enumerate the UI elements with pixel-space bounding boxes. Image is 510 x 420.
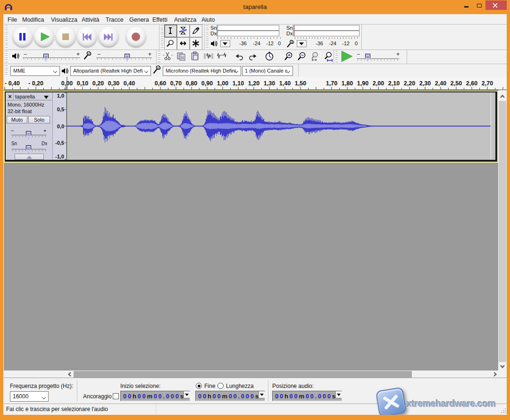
svg-text:0,30: 0,30: [108, 80, 119, 87]
svg-text:1,40: 1,40: [279, 80, 291, 87]
svg-text:1,0: 1,0: [57, 93, 64, 99]
svg-text:1,80: 1,80: [342, 80, 353, 87]
svg-text:2,50: 2,50: [451, 80, 462, 87]
svg-text:0,80: 0,80: [186, 80, 197, 87]
svg-text:2,70: 2,70: [482, 80, 493, 87]
svg-text:1,30: 1,30: [264, 80, 275, 87]
svg-text:0,90: 0,90: [201, 80, 213, 87]
svg-text:1,50: 1,50: [295, 80, 306, 87]
svg-text:0,5: 0,5: [57, 107, 64, 112]
svg-text:1,70: 1,70: [326, 80, 337, 87]
svg-text:0,20: 0,20: [92, 80, 104, 87]
svg-text:1,90: 1,90: [357, 80, 368, 87]
svg-text:1,20: 1,20: [248, 80, 259, 87]
svg-text:2,60: 2,60: [466, 80, 477, 87]
svg-text:- 0,20: - 0,20: [28, 80, 43, 87]
svg-text:2,20: 2,20: [404, 80, 415, 87]
svg-text:0,60: 0,60: [155, 80, 166, 87]
svg-text:0,40: 0,40: [124, 80, 135, 87]
svg-text:-0,5: -0,5: [55, 140, 64, 146]
svg-text:1,10: 1,10: [233, 80, 244, 87]
svg-text:2,40: 2,40: [435, 80, 446, 87]
svg-text:2,30: 2,30: [419, 80, 431, 87]
svg-text:2,00: 2,00: [373, 80, 384, 87]
svg-text:-1,0: -1,0: [55, 154, 64, 159]
svg-text:2,10: 2,10: [388, 80, 400, 87]
svg-text:1,00: 1,00: [217, 80, 228, 87]
svg-text:0,0: 0,0: [57, 124, 64, 129]
svg-text:0,10: 0,10: [77, 80, 88, 87]
svg-text:0,70: 0,70: [170, 80, 182, 87]
svg-text:- 0,40: - 0,40: [5, 80, 20, 87]
